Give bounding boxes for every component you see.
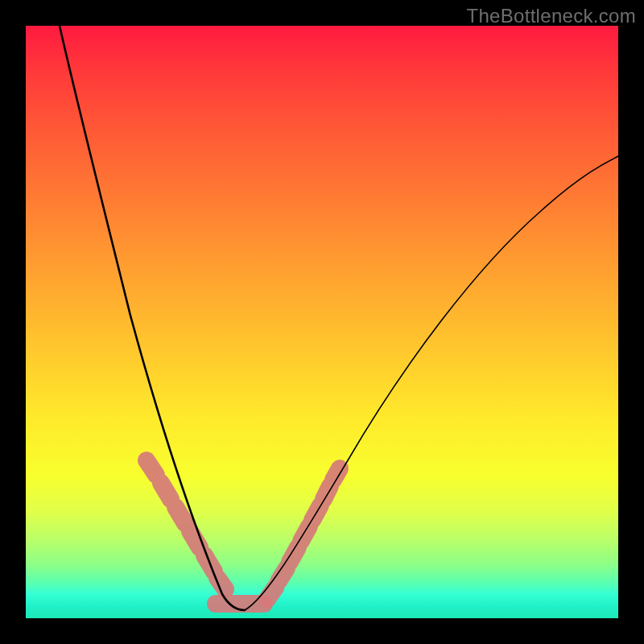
chart-frame: TheBottleneck.com <box>0 0 644 644</box>
watermark-text: TheBottleneck.com <box>466 5 636 27</box>
highlight-band-left <box>147 460 225 589</box>
chart-svg <box>26 26 618 618</box>
bottleneck-curve-left <box>60 26 245 610</box>
plot-area <box>26 26 618 618</box>
